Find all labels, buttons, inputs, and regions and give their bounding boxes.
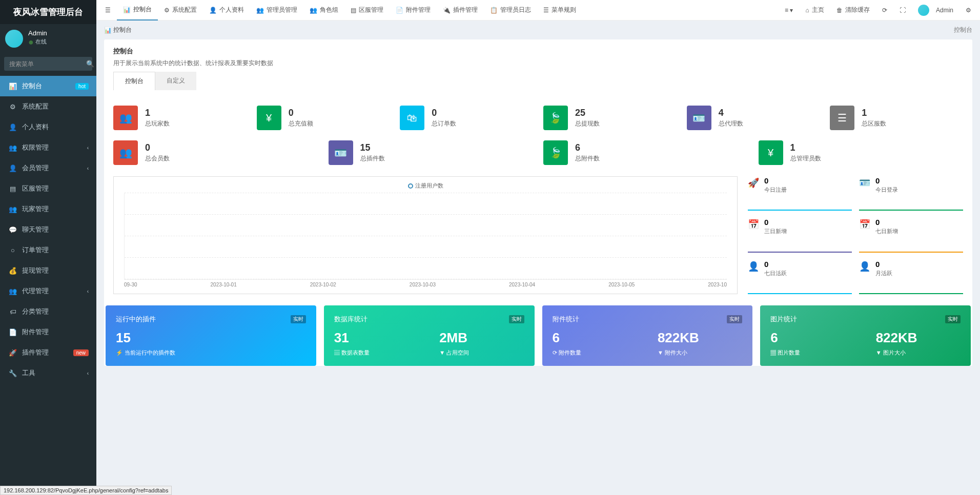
avatar[interactable] <box>5 30 23 48</box>
fullscreen-button[interactable]: ⛶ <box>893 0 912 20</box>
stats2-item-2: 🍃6总附件数 <box>543 140 748 165</box>
badge: new <box>73 349 89 356</box>
user-status: ● 在线 <box>28 37 47 48</box>
tab-5[interactable]: ▤ 区服管理 <box>344 0 390 20</box>
stat-icon: ☰ <box>830 106 854 130</box>
stat-icon: ¥ <box>759 140 783 165</box>
main-panel: 控制台 用于展示当前系统中的统计数据、统计报表及重要实时数据 控制台自定义 👥1… <box>104 39 972 366</box>
stat-icon: 🍃 <box>543 140 568 165</box>
sidebar-item-10[interactable]: 👥代理管理‹ <box>0 281 96 301</box>
realtime-badge: 实时 <box>727 315 742 323</box>
stat-icon: 🪪 <box>687 106 711 130</box>
chevron-left-icon: ‹ <box>87 288 89 294</box>
realtime-badge: 实时 <box>291 315 306 323</box>
wrench-icon: 🔧 <box>8 369 18 377</box>
clear-cache[interactable]: 🗑 清除缓存 <box>830 0 876 20</box>
wechat-icon: 💬 <box>8 226 18 234</box>
stats-row-1: 👥1总玩家数¥0总充值额🛍0总订单数🍃25总提现数🪪4总代理数☰1总区服数 <box>104 94 972 135</box>
tab-7[interactable]: 🔌 插件管理 <box>437 0 484 20</box>
sidebar-item-2[interactable]: 👤个人资料 <box>0 117 96 137</box>
content: 控制台 用于展示当前系统中的统计数据、统计报表及重要实时数据 控制台自定义 👥1… <box>96 39 980 495</box>
tab-4[interactable]: 👥 角色组 <box>303 0 344 20</box>
stat-cards: 运行中的插件实时15⚡ 当前运行中的插件数数据库统计实时31▤ 数据表数量2MB… <box>104 305 972 366</box>
sidebar-item-13[interactable]: 🚀插件管理new <box>0 342 96 363</box>
chart: 注册用户数 09-302023-10-012023-10-022023-10-0… <box>113 176 738 294</box>
stats2-item-3: ¥1总管理员数 <box>759 140 964 165</box>
sidebar-item-5[interactable]: ▤区服管理 <box>0 178 96 199</box>
sidebar-item-6[interactable]: 👥玩家管理 <box>0 199 96 219</box>
refresh-button[interactable]: ⟳ <box>876 0 893 20</box>
overflow-menu[interactable]: ≡ ▾ <box>779 0 799 20</box>
stats1-item-3: 🍃25总提现数 <box>543 106 677 130</box>
realtime-badge: 实时 <box>945 315 961 323</box>
players-icon: 👥 <box>8 205 18 213</box>
sidebar-item-14[interactable]: 🔧工具‹ <box>0 363 96 383</box>
chevron-left-icon: ‹ <box>87 166 89 171</box>
main: ☰ 📊 控制台⚙ 系统配置👤 个人资料👥 管理员管理👥 角色组▤ 区服管理📄 附… <box>96 0 980 495</box>
users-icon: 👥 <box>8 144 18 152</box>
file-icon: 📄 <box>8 328 18 336</box>
stats1-item-2: 🛍0总订单数 <box>400 106 533 130</box>
settings-button[interactable]: ⚙ <box>959 0 977 20</box>
content-tab-1[interactable]: 自定义 <box>155 72 196 90</box>
sidestat-icon: 🪪 <box>859 177 870 189</box>
card-3: 图片统计实时6▦ 图片数量822KB▼ 图片大小 <box>760 305 971 366</box>
sidebar-item-8[interactable]: ○订单管理 <box>0 240 96 260</box>
content-tab-0[interactable]: 控制台 <box>113 72 155 90</box>
menu-toggle[interactable]: ☰ <box>99 0 117 20</box>
breadcrumb: 📊 控制台 控制台 <box>96 20 980 39</box>
money-icon: 💰 <box>8 267 18 275</box>
status-bar: 192.168.200.129:82/PqvoDgjKeE.php/genera… <box>0 486 172 495</box>
sidebar-item-3[interactable]: 👥权限管理‹ <box>0 137 96 158</box>
user-icon: 👤 <box>8 123 18 131</box>
chevron-left-icon: ‹ <box>87 370 89 376</box>
stats1-item-1: ¥0总充值额 <box>257 106 390 130</box>
tab-0[interactable]: 📊 控制台 <box>117 0 158 20</box>
sidebar-item-1[interactable]: ⚙系统配置 <box>0 96 96 117</box>
tab-3[interactable]: 👥 管理员管理 <box>250 0 303 20</box>
sidebar-menu: 📊控制台hot⚙系统配置👤个人资料👥权限管理‹👤会员管理‹▤区服管理👥玩家管理💬… <box>0 76 96 495</box>
stat-icon: 👥 <box>113 106 138 130</box>
sidebar-item-0[interactable]: 📊控制台hot <box>0 76 96 96</box>
tab-9[interactable]: ☰ 菜单规则 <box>537 0 582 20</box>
breadcrumb-right: 控制台 <box>954 26 972 34</box>
card-0: 运行中的插件实时15⚡ 当前运行中的插件数 <box>106 305 316 366</box>
sidestat-icon: 🚀 <box>748 177 759 189</box>
tags-icon: 🏷 <box>8 308 18 316</box>
tab-8[interactable]: 📋 管理员日志 <box>484 0 537 20</box>
home-link[interactable]: ⌂ 主页 <box>799 0 830 20</box>
stat-icon: 🍃 <box>543 106 568 130</box>
username: Admin <box>28 29 47 37</box>
circle-icon: ○ <box>8 246 18 254</box>
search-input[interactable] <box>9 60 86 68</box>
tab-2[interactable]: 👤 个人资料 <box>203 0 250 20</box>
card-2: 附件统计实时6⟳ 附件数量822KB▼ 附件大小 <box>542 305 753 366</box>
sidebar-item-7[interactable]: 💬聊天管理 <box>0 219 96 240</box>
stats-row-2: 👥0总会员数🪪15总插件数🍃6总附件数¥1总管理员数 <box>104 135 972 176</box>
stats1-item-0: 👥1总玩家数 <box>113 106 247 130</box>
sidebar-item-9[interactable]: 💰提现管理 <box>0 260 96 281</box>
sidebar-item-4[interactable]: 👤会员管理‹ <box>0 158 96 178</box>
user-circle-icon: 👤 <box>8 164 18 172</box>
sidebar-item-11[interactable]: 🏷分类管理 <box>0 301 96 322</box>
sidebar: 夜风冰雪管理后台 Admin ● 在线 🔍 📊控制台hot⚙系统配置👤个人资料👥… <box>0 0 96 495</box>
sidestat-icon: 📅 <box>859 219 870 230</box>
sidestat-5: 👤0月活跃 <box>859 260 963 294</box>
topbar-user[interactable]: Admin <box>912 0 959 20</box>
sidestat-2: 📅0三日新增 <box>748 218 852 252</box>
server-icon: ▤ <box>8 185 18 193</box>
tab-1[interactable]: ⚙ 系统配置 <box>158 0 203 20</box>
sitemap-icon: 👥 <box>8 287 18 295</box>
stats1-item-4: 🪪4总代理数 <box>687 106 820 130</box>
sidebar-item-12[interactable]: 📄附件管理 <box>0 322 96 342</box>
card-1: 数据库统计实时31▤ 数据表数量2MB▼ 占用空间 <box>324 305 535 366</box>
sidestat-0: 🚀0今日注册 <box>748 176 852 211</box>
sidestat-icon: 👤 <box>859 261 870 272</box>
stats2-item-1: 🪪15总插件数 <box>329 140 534 165</box>
search-icon[interactable]: 🔍 <box>86 60 94 68</box>
app-logo: 夜风冰雪管理后台 <box>0 0 96 24</box>
side-stats: 🚀0今日注册🪪0今日登录📅0三日新增📅0七日新增👤0七日活跃👤0月活跃 <box>748 176 963 294</box>
search-box[interactable]: 🔍 <box>4 57 92 71</box>
tab-6[interactable]: 📄 附件管理 <box>390 0 437 20</box>
stats2-item-0: 👥0总会员数 <box>113 140 318 165</box>
